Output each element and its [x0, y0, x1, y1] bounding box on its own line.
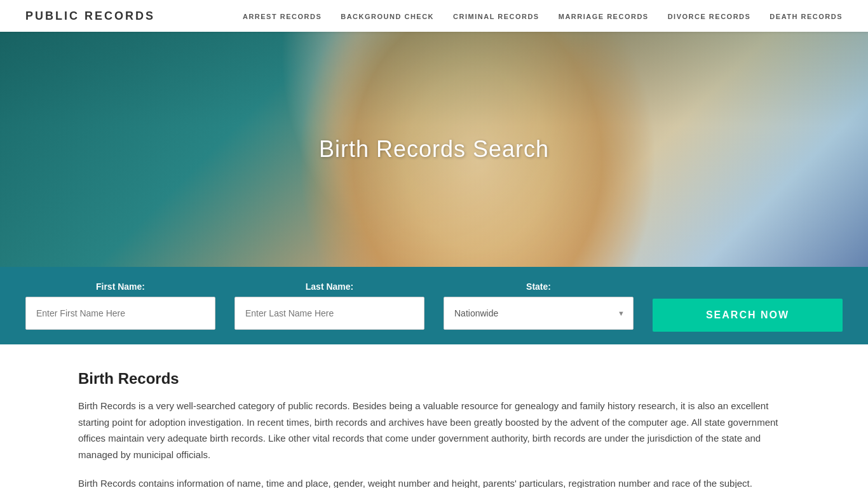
section-title: Birth Records: [78, 370, 790, 388]
last-name-label: Last Name:: [306, 281, 353, 292]
state-label: State:: [526, 281, 551, 292]
hero-section: Birth Records Search: [0, 32, 868, 267]
state-select-wrapper: NationwideAlabamaAlaskaArizonaArkansasCa…: [444, 297, 634, 330]
nav-link-marriage[interactable]: MARRIAGE RECORDS: [559, 13, 649, 20]
nav-item-divorce: DIVORCE RECORDS: [668, 10, 751, 22]
nav-item-background: BACKGROUND CHECK: [341, 10, 434, 22]
state-field: State: NationwideAlabamaAlaskaArizonaArk…: [444, 281, 634, 330]
content-paragraph-1: Birth Records is a very well-searched ca…: [78, 398, 790, 463]
search-now-button[interactable]: SEARCH NOW: [653, 299, 843, 332]
first-name-label: First Name:: [96, 281, 145, 292]
main-content: Birth Records Birth Records is a very we…: [53, 344, 815, 488]
first-name-field: First Name:: [25, 281, 215, 330]
nav-item-arrest: ARREST RECORDS: [243, 10, 322, 22]
search-bar: First Name: Last Name: State: Nationwide…: [0, 267, 868, 344]
last-name-input[interactable]: [234, 297, 424, 330]
nav-link-death[interactable]: DEATH RECORDS: [770, 13, 843, 20]
state-select[interactable]: NationwideAlabamaAlaskaArizonaArkansasCa…: [444, 297, 634, 330]
nav-links: ARREST RECORDS BACKGROUND CHECK CRIMINAL…: [243, 10, 843, 22]
hero-title: Birth Records Search: [319, 136, 549, 163]
nav-item-criminal: CRIMINAL RECORDS: [453, 10, 539, 22]
search-button-wrapper: SEARCH NOW: [653, 280, 843, 332]
last-name-field: Last Name:: [234, 281, 424, 330]
nav-link-arrest[interactable]: ARREST RECORDS: [243, 13, 322, 20]
nav-link-background[interactable]: BACKGROUND CHECK: [341, 13, 434, 20]
site-logo[interactable]: PUBLIC RECORDS: [25, 10, 155, 23]
nav-link-criminal[interactable]: CRIMINAL RECORDS: [453, 13, 539, 20]
nav-link-divorce[interactable]: DIVORCE RECORDS: [668, 13, 751, 20]
nav-item-death: DEATH RECORDS: [770, 10, 843, 22]
navbar: PUBLIC RECORDS ARREST RECORDS BACKGROUND…: [0, 0, 868, 32]
first-name-input[interactable]: [25, 297, 215, 330]
nav-item-marriage: MARRIAGE RECORDS: [559, 10, 649, 22]
content-paragraph-2: Birth Records contains information of na…: [78, 475, 790, 488]
